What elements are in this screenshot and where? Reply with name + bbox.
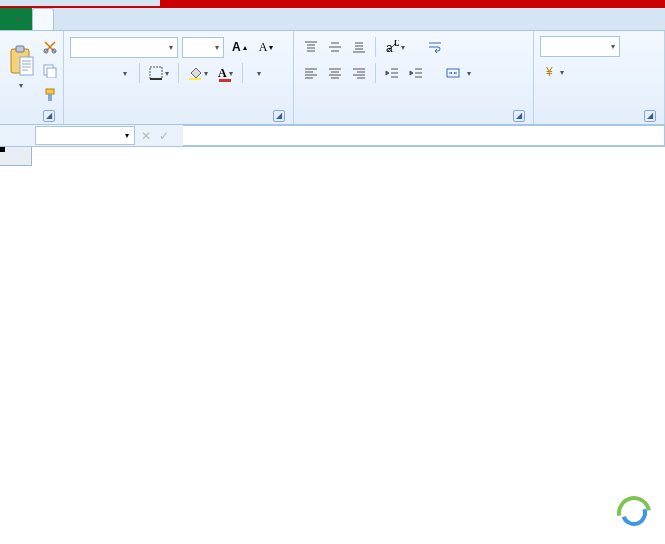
merge-center-button[interactable]: ▾ <box>439 62 478 84</box>
svg-rect-14 <box>447 69 459 77</box>
dialog-launcher-icon[interactable]: ◢ <box>43 110 55 122</box>
underline-button[interactable]: ▾ <box>114 62 134 84</box>
wrap-text-button[interactable] <box>421 36 454 58</box>
format-painter-button[interactable] <box>39 84 61 106</box>
fill-color-button[interactable]: ▾ <box>184 62 212 84</box>
font-color-button[interactable]: A▾ <box>214 62 237 84</box>
watermark-logo-icon <box>617 496 651 530</box>
menu-tab-home[interactable] <box>32 8 54 30</box>
merge-icon <box>446 66 460 80</box>
menu-tab-foxit[interactable] <box>214 8 234 30</box>
ribbon: ▾ ◢ ▾ ▾ A▴ A▾ ▾ ▾ <box>0 31 665 125</box>
menu-tab-review[interactable] <box>154 8 174 30</box>
currency-icon: ¥ <box>544 65 558 79</box>
dialog-launcher-icon[interactable]: ◢ <box>513 110 525 122</box>
border-icon <box>149 66 163 80</box>
svg-rect-6 <box>47 68 56 78</box>
fill-handle[interactable] <box>0 147 5 152</box>
menu-tab-dev[interactable] <box>194 8 214 30</box>
formula-input[interactable] <box>183 125 665 146</box>
align-center-button[interactable] <box>324 62 346 84</box>
align-right-button[interactable] <box>348 62 370 84</box>
cut-button[interactable] <box>39 36 61 58</box>
align-middle-button[interactable] <box>324 36 346 58</box>
number-format-combo[interactable]: ▾ <box>540 36 620 57</box>
watermark <box>617 496 657 530</box>
svg-rect-1 <box>16 46 24 52</box>
menu-file[interactable]: ▾ <box>0 8 32 30</box>
fb-cancel-icon[interactable]: ✕ <box>141 129 151 143</box>
decrease-font-button[interactable]: A▾ <box>255 36 278 58</box>
svg-rect-9 <box>150 67 162 79</box>
menu-overflow[interactable] <box>645 8 665 30</box>
menu-tab-data[interactable] <box>134 8 154 30</box>
menu-tab-pagelayout[interactable] <box>94 8 114 30</box>
currency-button[interactable]: ¥▾ <box>540 61 568 83</box>
copy-icon <box>43 64 57 78</box>
increase-indent-button[interactable] <box>405 62 427 84</box>
menu-tab-insert[interactable] <box>74 8 94 30</box>
font-size-combo[interactable]: ▾ <box>182 37 224 58</box>
fb-confirm-icon[interactable]: ✓ <box>159 129 169 143</box>
menu-tab-view[interactable] <box>174 8 194 30</box>
align-left-button[interactable] <box>300 62 322 84</box>
svg-rect-7 <box>46 89 54 94</box>
wrap-icon <box>428 40 442 54</box>
name-box[interactable]: ▾ <box>35 126 135 145</box>
svg-rect-8 <box>48 94 52 101</box>
svg-text:a: a <box>386 41 393 54</box>
menu-tab-formula[interactable] <box>114 8 134 30</box>
bold-button[interactable] <box>70 62 90 84</box>
paste-button[interactable]: ▾ <box>6 34 36 100</box>
italic-button[interactable] <box>92 62 112 84</box>
dialog-launcher-icon[interactable]: ◢ <box>273 110 285 122</box>
border-button[interactable]: ▾ <box>145 62 173 84</box>
spreadsheet-grid[interactable] <box>0 147 665 544</box>
menu-bar: ▾ <box>0 8 665 31</box>
copy-button[interactable] <box>39 60 61 82</box>
phonetic-button[interactable]: ▾ <box>248 62 268 84</box>
comma-button[interactable] <box>592 61 612 83</box>
svg-rect-2 <box>20 57 33 75</box>
scissors-icon <box>43 40 57 54</box>
brush-icon <box>43 88 57 102</box>
dialog-launcher-icon[interactable]: ◢ <box>644 110 656 122</box>
bucket-icon <box>188 66 202 80</box>
clipboard-icon <box>7 45 35 77</box>
formula-bar: ▾ ✕ ✓ <box>0 125 665 147</box>
svg-text:¥: ¥ <box>545 65 553 79</box>
menu-tab-template[interactable] <box>54 8 74 30</box>
percent-button[interactable] <box>570 61 590 83</box>
svg-text:b: b <box>394 40 399 49</box>
decrease-indent-button[interactable] <box>381 62 403 84</box>
font-name-combo[interactable]: ▾ <box>70 37 178 58</box>
orientation-button[interactable]: ab▾ <box>381 36 409 58</box>
svg-rect-11 <box>189 78 201 80</box>
align-top-button[interactable] <box>300 36 322 58</box>
align-bottom-button[interactable] <box>348 36 370 58</box>
increase-font-button[interactable]: A▴ <box>228 36 251 58</box>
